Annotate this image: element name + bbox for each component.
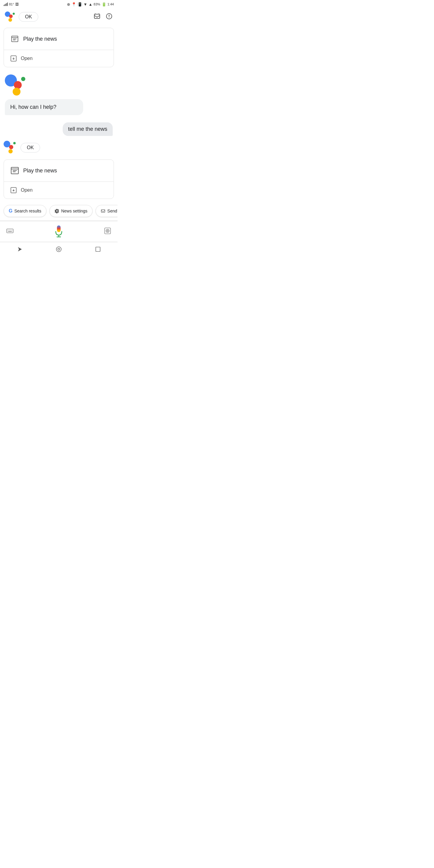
open-label-2: Open bbox=[21, 187, 33, 193]
ok-button-1[interactable]: OK bbox=[19, 12, 38, 22]
gear-icon bbox=[55, 209, 59, 213]
svg-point-36 bbox=[58, 248, 60, 250]
location-icon: 📍 bbox=[71, 2, 76, 7]
keyboard-icon[interactable] bbox=[6, 227, 14, 236]
vibrate-icon: 📳 bbox=[78, 2, 82, 7]
first-card: Play the news Open bbox=[4, 28, 114, 67]
second-card: Play the news Open bbox=[4, 159, 114, 199]
circle-plus-icon: ⊕ bbox=[67, 2, 70, 7]
assistant-greeting-bubble: Hi, how can I help? bbox=[5, 99, 83, 115]
news-icon-2 bbox=[10, 166, 20, 176]
news-icon-1 bbox=[10, 34, 20, 44]
header-icons bbox=[93, 13, 113, 22]
first-card-open[interactable]: Open bbox=[4, 50, 114, 67]
svg-point-35 bbox=[56, 247, 61, 252]
news-settings-chip[interactable]: News settings bbox=[50, 205, 93, 217]
chips-row: G Search results News settings Send bbox=[0, 201, 118, 221]
bottom-bar bbox=[0, 221, 118, 242]
svg-rect-31 bbox=[104, 228, 111, 234]
nav-bar bbox=[0, 242, 118, 258]
send-chip[interactable]: Send bbox=[96, 205, 118, 217]
ok-row-2: OK bbox=[0, 138, 118, 157]
microphone-icon bbox=[54, 225, 64, 238]
user-message-text: tell me the news bbox=[68, 126, 107, 132]
home-button[interactable] bbox=[56, 246, 62, 254]
time: 1:44 bbox=[107, 2, 114, 6]
second-card-title: Play the news bbox=[4, 160, 114, 182]
inbox-icon[interactable] bbox=[93, 13, 101, 22]
signal-icon: ▲ bbox=[89, 2, 93, 7]
svg-line-1 bbox=[95, 13, 96, 14]
svg-point-33 bbox=[107, 230, 108, 231]
svg-marker-34 bbox=[18, 247, 22, 252]
google-g-icon: G bbox=[9, 208, 12, 214]
user-message-wrap: tell me the news bbox=[0, 120, 118, 138]
search-results-chip[interactable]: G Search results bbox=[4, 205, 46, 217]
svg-line-2 bbox=[98, 13, 99, 14]
status-bar: 81° 🖼 ⊕ 📍 📳 ▼ ▲ 83% 🔋 1:44 bbox=[0, 0, 118, 8]
header-left: OK bbox=[5, 11, 38, 22]
second-card-open[interactable]: Open bbox=[4, 182, 114, 198]
news-settings-label: News settings bbox=[61, 209, 87, 213]
search-results-label: Search results bbox=[14, 209, 41, 213]
microphone-button[interactable] bbox=[54, 225, 64, 238]
header-1: OK bbox=[0, 8, 118, 25]
battery-icon: 🔋 bbox=[101, 2, 106, 7]
play-news-label-2: Play the news bbox=[23, 167, 57, 174]
assistant-section: Hi, how can I help? bbox=[0, 70, 118, 120]
status-left: 81° 🖼 bbox=[4, 2, 19, 6]
open-label-1: Open bbox=[21, 56, 33, 61]
battery-percent: 83% bbox=[94, 2, 100, 6]
google-assistant-logo-small bbox=[5, 11, 16, 22]
svg-rect-37 bbox=[96, 247, 100, 252]
status-right: ⊕ 📍 📳 ▼ ▲ 83% 🔋 1:44 bbox=[67, 2, 114, 7]
svg-point-32 bbox=[106, 229, 110, 232]
temperature: 81° bbox=[9, 2, 14, 6]
send-icon bbox=[101, 209, 105, 213]
svg-rect-20 bbox=[7, 229, 13, 233]
svg-rect-28 bbox=[57, 225, 61, 232]
compass-icon[interactable] bbox=[105, 13, 113, 22]
back-button[interactable] bbox=[16, 246, 23, 254]
send-label: Send bbox=[107, 209, 117, 213]
first-card-title: Play the news bbox=[4, 28, 114, 50]
signal-bars-icon bbox=[4, 2, 8, 6]
image-icon: 🖼 bbox=[16, 2, 19, 6]
google-assistant-logo-medium bbox=[4, 141, 18, 155]
ok-button-2[interactable]: OK bbox=[21, 143, 40, 153]
assistant-greeting-text: Hi, how can I help? bbox=[10, 104, 56, 110]
open-icon-1 bbox=[10, 55, 17, 62]
play-news-label-1: Play the news bbox=[23, 36, 57, 42]
wifi-icon: ▼ bbox=[84, 2, 87, 7]
screenshot-icon[interactable] bbox=[104, 227, 112, 236]
open-icon-2 bbox=[10, 187, 17, 194]
recents-button[interactable] bbox=[95, 246, 101, 254]
user-bubble: tell me the news bbox=[63, 122, 113, 136]
google-assistant-logo-large bbox=[5, 74, 26, 96]
